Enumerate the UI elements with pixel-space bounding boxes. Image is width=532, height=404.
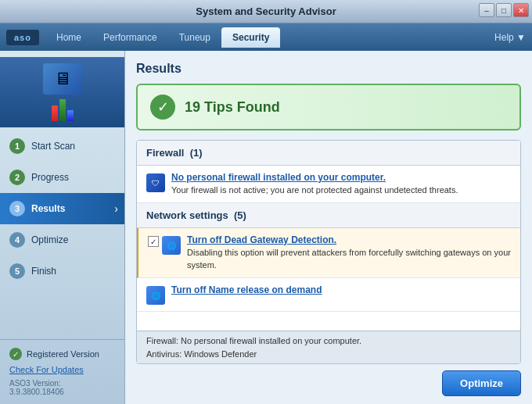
menu-security[interactable]: Security — [221, 27, 280, 48]
step-label-1: Start Scan — [31, 141, 75, 152]
gateway-result-desc: Disabling this option will prevent attac… — [187, 247, 511, 271]
chart-bar-1 — [52, 105, 58, 121]
menu-tuneup[interactable]: Tuneup — [168, 27, 221, 48]
step-num-2: 2 — [9, 170, 25, 185]
app-logo: aso — [6, 30, 39, 45]
status-bar: Firewall: No personal firewall installed… — [137, 331, 520, 363]
registered-row: ✓ Registered Version — [9, 348, 115, 360]
tips-count: 19 Tips Found — [185, 99, 280, 116]
namerelease-app-icon: 🌐 — [146, 286, 165, 305]
firewall-app-icon: 🛡 — [146, 173, 165, 192]
step-num-5: 5 — [9, 263, 25, 279]
menu-home[interactable]: Home — [45, 27, 92, 48]
menu-right-area: Help ▼ — [494, 32, 526, 43]
registered-label: Registered Version — [27, 349, 99, 359]
category-firewall: Firewall (1) — [137, 141, 520, 166]
step-num-1: 1 — [9, 138, 25, 154]
window-controls: – □ ✕ — [479, 3, 529, 17]
gateway-icon-area: 🌐 — [148, 234, 181, 255]
namerelease-icon-area: 🌐 — [146, 284, 165, 305]
result-item-namerelease: 🌐 Turn off Name release on demand — [137, 278, 520, 312]
content-title: Results — [136, 62, 521, 76]
sidebar-footer: ✓ Registered Version Check For Updates A… — [0, 339, 124, 404]
gateway-text-area: Turn off Dead Gateway Detection. Disabli… — [187, 234, 511, 271]
status-line-2: Antivirus: Windows Defender — [146, 348, 511, 361]
menu-bar: aso Home Performance Tuneup Security Hel… — [0, 23, 532, 51]
sidebar-logo-area: 🖥 — [0, 57, 124, 127]
results-container: Firewall (1) 🛡 No personal firewall inst… — [136, 140, 521, 364]
step-label-3: Results — [31, 203, 65, 214]
content-area: Results ✓ 19 Tips Found Firewall (1) 🛡 N… — [125, 51, 532, 404]
results-scroll[interactable]: Firewall (1) 🛡 No personal firewall inst… — [137, 141, 520, 331]
gateway-checkbox[interactable] — [148, 236, 159, 247]
minimize-button[interactable]: – — [479, 3, 494, 17]
menu-performance[interactable]: Performance — [92, 27, 168, 48]
help-button[interactable]: Help ▼ — [494, 32, 526, 43]
chart-bar-3 — [67, 110, 74, 121]
tips-check-icon: ✓ — [150, 95, 175, 120]
step-label-5: Finish — [31, 266, 56, 277]
logo-chart — [52, 98, 74, 121]
sidebar-item-start-scan[interactable]: 1 Start Scan — [0, 130, 124, 162]
sidebar: 🖥 1 Start Scan 2 Progress 3 Results › 4 — [0, 51, 125, 404]
sidebar-item-optimize[interactable]: 4 Optimize — [0, 224, 124, 256]
bottom-bar: Optimize — [136, 364, 521, 396]
tips-found-banner: ✓ 19 Tips Found — [136, 84, 521, 130]
sidebar-item-progress[interactable]: 2 Progress — [0, 162, 124, 193]
step-label-2: Progress — [31, 172, 69, 183]
result-item-gateway: 🌐 Turn off Dead Gateway Detection. Disab… — [137, 228, 520, 278]
namerelease-result-title[interactable]: Turn off Name release on demand — [171, 284, 511, 295]
optimize-button[interactable]: Optimize — [442, 370, 521, 396]
chart-bar-2 — [59, 99, 66, 121]
main-layout: 🖥 1 Start Scan 2 Progress 3 Results › 4 — [0, 51, 532, 404]
sidebar-item-finish[interactable]: 5 Finish — [0, 256, 124, 287]
firewall-result-title[interactable]: No personal firewall installed on your c… — [171, 172, 511, 183]
window-title: System and Security Advisor — [196, 5, 336, 17]
step-num-3: 3 — [9, 201, 25, 216]
step-num-4: 4 — [9, 232, 25, 248]
close-button[interactable]: ✕ — [513, 3, 529, 17]
firewall-icon-area: 🛡 — [146, 172, 165, 192]
firewall-text-area: No personal firewall installed on your c… — [171, 172, 511, 196]
result-item-firewall: 🛡 No personal firewall installed on your… — [137, 166, 520, 203]
firewall-result-desc: Your firewall is not active; you are not… — [171, 184, 511, 196]
title-bar: System and Security Advisor – □ ✕ — [0, 0, 532, 23]
category-network: Network settings (5) — [137, 203, 520, 228]
registered-check-icon: ✓ — [9, 348, 22, 360]
version-text: ASO3 Version: 3.9.3800.18406 — [9, 379, 115, 396]
namerelease-text-area: Turn off Name release on demand — [171, 284, 511, 295]
active-arrow: › — [114, 202, 118, 215]
step-label-4: Optimize — [31, 234, 68, 245]
gateway-result-title[interactable]: Turn off Dead Gateway Detection. — [187, 234, 511, 245]
maximize-button[interactable]: □ — [496, 3, 512, 17]
sidebar-item-results[interactable]: 3 Results › — [0, 193, 124, 224]
gateway-app-icon: 🌐 — [162, 236, 181, 255]
check-updates-link[interactable]: Check For Updates — [9, 365, 115, 374]
status-line-1: Firewall: No personal firewall installed… — [146, 334, 511, 348]
